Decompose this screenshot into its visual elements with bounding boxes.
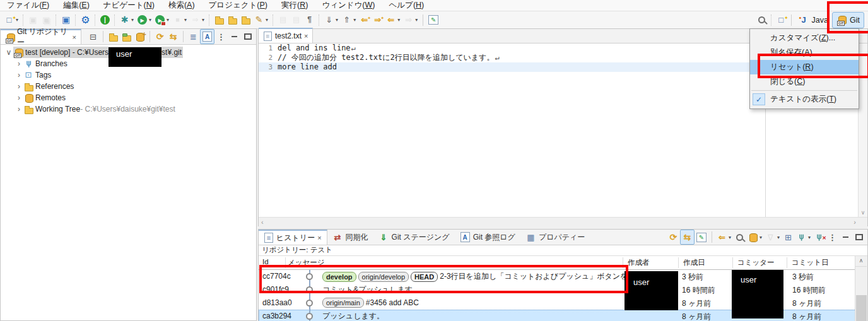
pin-editor-button[interactable] <box>426 13 440 27</box>
open-folder-button[interactable] <box>239 13 252 27</box>
power-button[interactable] <box>98 13 112 27</box>
tree-item-tags[interactable]: ›Tags <box>1 69 256 81</box>
back-arrow-button[interactable]: ▾ <box>384 13 402 27</box>
view-menu-button[interactable] <box>214 30 228 44</box>
menu-1[interactable]: 編集(E) <box>56 0 97 11</box>
gear-button[interactable] <box>79 13 92 27</box>
compare-mode-button[interactable]: ▾ <box>715 230 733 244</box>
delete-branch-button[interactable] <box>812 230 826 244</box>
open-search-button[interactable] <box>226 13 239 27</box>
tab-label: プロパティー <box>539 232 585 243</box>
step-button[interactable]: ▾ <box>189 13 206 27</box>
tab-sync[interactable]: 同期化 <box>327 230 373 245</box>
close-icon[interactable]: × <box>73 33 76 41</box>
close-icon[interactable]: × <box>317 234 321 242</box>
tree-item-remotes[interactable]: ›Remotes <box>1 92 256 103</box>
maximize-button[interactable] <box>241 30 254 44</box>
back-star-button[interactable] <box>358 13 371 27</box>
swap-button[interactable] <box>167 30 180 44</box>
tree-label: Working Tree <box>35 103 80 115</box>
menu-0[interactable]: ファイル(F) <box>0 0 56 11</box>
tab-test2-txt[interactable]: test2.txt × <box>259 28 313 43</box>
save-all-button[interactable] <box>40 13 53 27</box>
console-button[interactable] <box>59 13 73 27</box>
tab-label: Git 参照ログ <box>473 232 515 243</box>
run-button[interactable]: ▾ <box>136 13 153 27</box>
refresh-button[interactable] <box>153 30 167 44</box>
editor-horizontal-scrollbar[interactable]: ‹ › <box>259 217 867 228</box>
forward-arrow-button[interactable]: ▾ <box>402 13 419 27</box>
scrollbar-thumb[interactable] <box>856 295 867 321</box>
chevron-down-icon[interactable]: ∨ <box>4 47 13 58</box>
main-toolbar: ▾▾▾▾▾▾▾▾▾▾▾ Java Git <box>0 11 868 29</box>
tab-history[interactable]: ヒストリー× <box>259 230 327 245</box>
collapse-all-button[interactable] <box>86 30 100 44</box>
filter-button[interactable]: ▾ <box>764 230 782 244</box>
tab-reflog[interactable]: Git 参照ログ <box>455 230 520 245</box>
tree-item-repository[interactable]: ∨test [develop] - C:¥Usersuserst¥.git <box>1 47 256 58</box>
column-header-5[interactable]: コミット日 <box>792 258 829 267</box>
fetch-doc-button[interactable]: ▾ <box>322 13 340 27</box>
menu-2[interactable]: ナビゲート(N) <box>97 0 161 11</box>
add-repo-button[interactable] <box>107 30 120 44</box>
column-header-3[interactable]: 作成日 <box>683 258 705 267</box>
view-menu-button[interactable] <box>826 230 839 244</box>
tree-compare-button[interactable] <box>782 230 795 244</box>
back-arrow-icon <box>385 15 396 25</box>
scroll-down-icon[interactable]: ∨ <box>859 209 867 216</box>
all-branches-button[interactable]: ▾ <box>746 230 764 244</box>
create-repo-button[interactable] <box>133 30 146 44</box>
chevron-right-icon[interactable]: › <box>15 58 23 69</box>
context-menu-item-5[interactable]: ✓テキストの表示(T) <box>750 92 859 107</box>
scroll-left-icon[interactable]: ‹ <box>261 218 264 226</box>
search-mag-button[interactable] <box>733 230 746 244</box>
chevron-right-icon[interactable]: › <box>15 81 23 92</box>
open-perspective-button[interactable] <box>775 13 788 27</box>
chevron-right-icon[interactable]: › <box>15 69 23 81</box>
minimize-button[interactable] <box>228 30 241 44</box>
debug-button[interactable]: ▾ <box>118 13 136 27</box>
merge-button[interactable]: ▾ <box>795 230 812 244</box>
mark-pen-button[interactable]: ▾ <box>252 13 270 27</box>
run-coverage-button[interactable]: ▾ <box>153 13 171 27</box>
forward-star-button[interactable] <box>371 13 384 27</box>
a-doc-button[interactable] <box>200 29 214 44</box>
chevron-right-icon[interactable]: › <box>15 92 23 103</box>
maximize-button[interactable] <box>852 230 865 244</box>
scroll-up-icon[interactable]: ∧ <box>855 256 867 267</box>
menu-7[interactable]: ヘルプ(H) <box>382 0 431 11</box>
open-resource-button[interactable] <box>213 13 226 27</box>
next-annotation-button[interactable] <box>276 13 290 27</box>
menu-4[interactable]: プロジェクト(P) <box>202 0 274 11</box>
line-text: more line add <box>278 62 337 71</box>
pilcrow-button[interactable] <box>303 13 316 27</box>
chevron-right-icon[interactable]: › <box>15 103 23 115</box>
table-vertical-scrollbar[interactable]: ∧ <box>855 256 867 321</box>
menu-6[interactable]: ウィンドウ(W) <box>315 0 382 11</box>
minimize-button[interactable] <box>839 230 852 244</box>
pin-edit-button[interactable] <box>695 230 708 244</box>
link-selection-button[interactable] <box>680 230 695 245</box>
scroll-right-icon[interactable]: › <box>853 218 856 226</box>
close-icon[interactable]: × <box>304 32 308 40</box>
stop-button[interactable]: ▾ <box>171 13 189 27</box>
new-wizard-button[interactable]: ▾ <box>3 13 20 27</box>
prev-annotation-button[interactable] <box>290 13 303 27</box>
refresh-button[interactable] <box>667 230 680 244</box>
open-resource-icon <box>214 15 225 25</box>
tab-staging[interactable]: Git ステージング <box>373 230 455 245</box>
tree-item-references[interactable]: ›References <box>1 81 256 92</box>
tab-git-repositories[interactable]: Git リポジトリー × <box>1 29 81 44</box>
column-header-2[interactable]: 作成者 <box>628 258 650 267</box>
clone-repo-button[interactable] <box>120 30 133 44</box>
menu-3[interactable]: 検索(A) <box>161 0 202 11</box>
menu-5[interactable]: 実行(R) <box>274 0 315 11</box>
column-header-4[interactable]: コミッター <box>737 258 775 267</box>
tab-properties[interactable]: プロパティー <box>520 230 590 245</box>
tree-item-working-tree[interactable]: ›Working Tree - C:¥Users¥daisuke¥git¥tes… <box>1 103 256 115</box>
menu-separator <box>751 90 857 91</box>
quick-search-button[interactable] <box>755 13 768 27</box>
hierarchy-button[interactable] <box>187 30 200 44</box>
save-button[interactable] <box>26 13 40 27</box>
push-doc-button[interactable]: ▾ <box>340 13 358 27</box>
